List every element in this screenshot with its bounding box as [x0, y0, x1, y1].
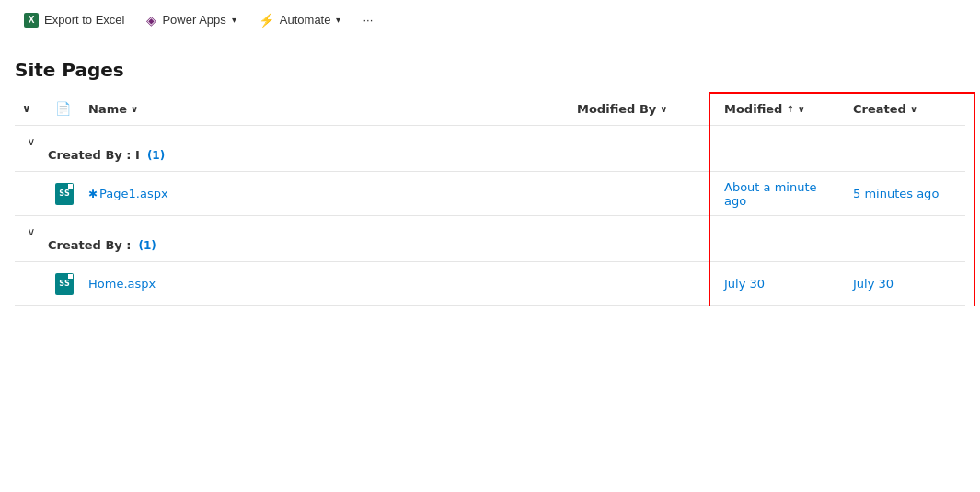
col-modified-chevron-icon: ∨: [798, 104, 805, 114]
toolbar: X Export to Excel ◈ Power Apps ▾ ⚡ Autom…: [0, 0, 980, 40]
col-header-name[interactable]: Name ∨: [81, 92, 570, 125]
group2-chevron-icon: ∨: [28, 225, 36, 238]
file2-modified-by-cell: [570, 277, 717, 292]
group-row-1: ∨ Created By : I (1): [15, 126, 965, 172]
file1-star-icon: ✱: [88, 188, 98, 200]
group2-count: (1): [139, 239, 156, 252]
automate-chevron-icon: ▾: [336, 15, 340, 25]
group2-name: Created By :: [48, 238, 132, 252]
col-name-chevron-icon: ∨: [131, 104, 138, 114]
file1-icon-cell: S: [48, 183, 81, 205]
col-created-chevron-icon: ∨: [910, 104, 917, 114]
col-header-modified-by[interactable]: Modified By ∨: [570, 92, 717, 125]
col-modified-label: Modified: [724, 102, 782, 116]
file1-name[interactable]: ✱Page1.aspx: [81, 179, 570, 208]
file1-created-value: 5 minutes ago: [846, 179, 965, 208]
file1-modified-value: About a minute ago: [717, 173, 846, 215]
chevron-down-icon: ∨: [22, 102, 31, 115]
powerapps-label: Power Apps: [162, 13, 225, 27]
table-row: S ✱Page1.aspx About a minute ago 5 minut…: [15, 172, 965, 216]
group2-expand-button[interactable]: ∨: [15, 225, 48, 238]
group1-expand-button[interactable]: ∨: [15, 135, 48, 148]
group1-count: (1): [147, 149, 165, 162]
col-created-label: Created: [853, 102, 906, 116]
automate-label: Automate: [280, 13, 331, 27]
page-title: Site Pages: [0, 40, 980, 92]
automate-button[interactable]: ⚡ Automate ▾: [249, 8, 351, 32]
file2-sp-icon: S: [55, 273, 74, 295]
file-icon: 📄: [55, 101, 71, 116]
col-header-check[interactable]: ∨: [15, 92, 48, 125]
file2-name[interactable]: Home.aspx: [81, 269, 570, 298]
file2-modified-value: July 30: [717, 269, 846, 298]
col-header-icon: 📄: [48, 92, 81, 125]
col-header-modified[interactable]: Modified ↑ ∨: [717, 92, 846, 125]
col-modified-sort-icon: ↑: [786, 104, 793, 114]
group2-label: Created By : (1): [48, 238, 570, 252]
column-headers: ∨ 📄 Name ∨ Modified By ∨ Modified ↑ ∨ Cr…: [15, 92, 965, 126]
export-to-excel-button[interactable]: X Export to Excel: [15, 8, 133, 32]
col-header-created[interactable]: Created ∨: [846, 92, 965, 125]
powerapps-icon: ◈: [146, 13, 156, 28]
excel-icon: X: [24, 13, 39, 28]
col-name-label: Name: [88, 102, 127, 116]
more-icon: ···: [363, 13, 373, 27]
file1-sp-icon: S: [55, 183, 74, 205]
power-apps-button[interactable]: ◈ Power Apps ▾: [137, 8, 245, 32]
group1-label: Created By : I (1): [48, 148, 570, 162]
table-row: S Home.aspx July 30 July 30: [15, 262, 965, 306]
table-container: ∨ 📄 Name ∨ Modified By ∨ Modified ↑ ∨ Cr…: [0, 92, 980, 306]
group1-chevron-icon: ∨: [28, 135, 36, 148]
powerapps-chevron-icon: ▾: [232, 15, 236, 25]
more-options-button[interactable]: ···: [353, 8, 382, 31]
export-label: Export to Excel: [44, 13, 124, 27]
col-modified-by-label: Modified By: [577, 102, 656, 116]
group1-name: Created By : I: [48, 148, 140, 162]
col-modified-by-chevron-icon: ∨: [660, 104, 667, 114]
file2-created-value: July 30: [846, 269, 965, 298]
file1-modified-by-cell: [570, 187, 717, 201]
automate-icon: ⚡: [259, 13, 274, 28]
group-row-2: ∨ Created By : (1): [15, 216, 965, 262]
file2-icon-cell: S: [48, 273, 81, 295]
